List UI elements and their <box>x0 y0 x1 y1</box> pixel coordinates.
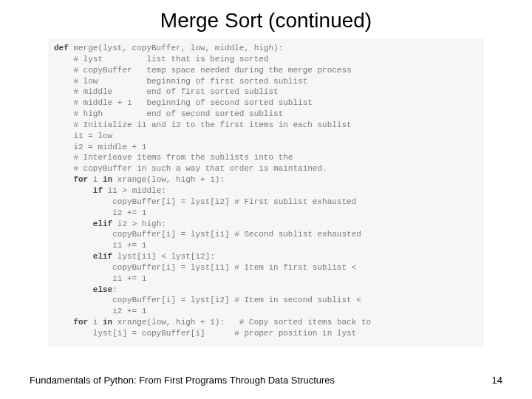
code-line: # middle end of first sorted sublist <box>54 86 478 98</box>
code-text: i <box>93 175 103 184</box>
footer-text: Fundamentals of Python: From First Progr… <box>30 375 335 386</box>
code-text: xrange(low, high + 1): <box>117 175 225 184</box>
code-text: xrange(low, high + 1): # Copy sorted ite… <box>117 318 371 327</box>
code-text: i2 > high: <box>117 219 166 228</box>
keyword-elif: elif <box>54 219 117 228</box>
code-line: i2 += 1 <box>54 208 478 219</box>
code-line: # middle + 1 beginning of second sorted … <box>54 98 478 109</box>
code-line: # lyst list that is being sorted <box>54 54 478 65</box>
code-line: i1 += 1 <box>54 273 478 284</box>
code-line: # copyBuffer temp space needed during th… <box>54 65 478 76</box>
code-text: i1 > middle: <box>108 186 166 195</box>
page-number: 14 <box>492 375 502 386</box>
code-line: # high end of second sorted sublist <box>54 109 478 120</box>
code-line: copyBuffer[i] = lyst[i1] # Second sublis… <box>54 229 478 240</box>
keyword-in: in <box>103 318 117 327</box>
code-line: elif i2 > high: <box>54 219 478 230</box>
keyword-in: in <box>103 175 117 184</box>
slide-title: Merge Sort (continued) <box>0 0 532 38</box>
keyword-for: for <box>54 318 93 327</box>
code-line: copyBuffer[i] = lyst[i2] # Item in secon… <box>54 295 478 306</box>
code-block: def merge(lyst, copyBuffer, low, middle,… <box>48 38 484 347</box>
code-line: # low beginning of first sorted sublist <box>54 76 478 87</box>
code-text: i <box>93 318 103 327</box>
code-line: def merge(lyst, copyBuffer, low, middle,… <box>54 43 478 54</box>
code-line: # Interleave items from the sublists int… <box>54 152 478 163</box>
code-line: i2 = middle + 1 <box>54 142 478 153</box>
code-line: copyBuffer[i] = lyst[i2] # First sublist… <box>54 197 478 208</box>
code-line: for i in xrange(low, high + 1): # Copy s… <box>54 317 478 328</box>
keyword-elif: elif <box>54 252 117 261</box>
code-line: lyst[i] = copyBuffer[i] # proper positio… <box>54 328 478 339</box>
code-text: : <box>112 285 117 294</box>
code-line: # copyBuffer in such a way that order is… <box>54 163 478 174</box>
code-text: merge(lyst, copyBuffer, low, middle, hig… <box>73 44 283 52</box>
code-line: i1 = low <box>54 131 478 142</box>
code-line: for i in xrange(low, high + 1): <box>54 174 478 185</box>
code-line: elif lyst[i1] < lyst[i2]: <box>54 251 478 262</box>
code-line: i1 += 1 <box>54 240 478 251</box>
code-line: else: <box>54 284 478 296</box>
keyword-else: else <box>54 285 112 294</box>
code-text: lyst[i1] < lyst[i2]: <box>117 252 215 261</box>
keyword-def: def <box>54 44 73 52</box>
keyword-if: if <box>54 186 108 195</box>
code-line: i2 += 1 <box>54 306 478 317</box>
code-line: # Initialize i1 and i2 to the first item… <box>54 120 478 131</box>
code-line: if i1 > middle: <box>54 185 478 197</box>
code-line: copyBuffer[i] = lyst[i1] # Item in first… <box>54 262 478 273</box>
keyword-for: for <box>54 175 93 184</box>
